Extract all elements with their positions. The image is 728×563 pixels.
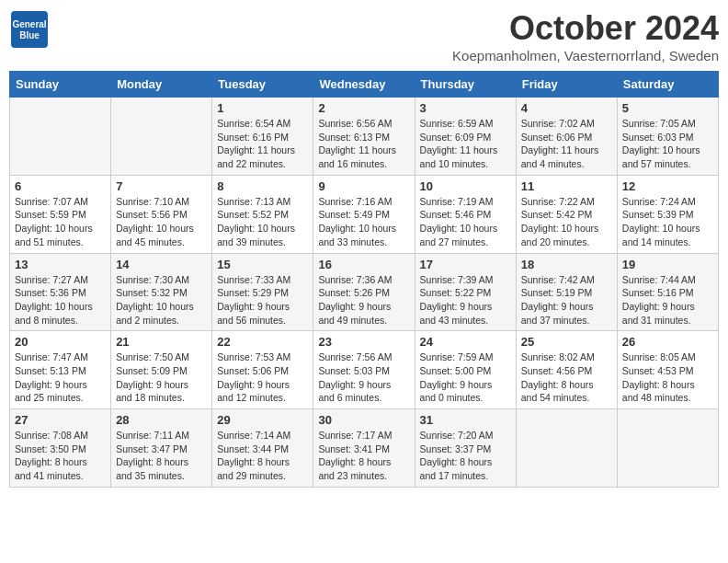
day-number: 24: [420, 335, 511, 349]
day-info: Sunrise: 7:05 AM Sunset: 6:03 PM Dayligh…: [622, 117, 713, 171]
calendar-cell: 30Sunrise: 7:17 AM Sunset: 3:41 PM Dayli…: [313, 409, 415, 488]
calendar-cell: [10, 98, 111, 176]
day-number: 25: [521, 335, 612, 349]
day-info: Sunrise: 7:14 AM Sunset: 3:44 PM Dayligh…: [217, 429, 308, 483]
day-info: Sunrise: 7:02 AM Sunset: 6:06 PM Dayligh…: [521, 117, 612, 171]
calendar-cell: 4Sunrise: 7:02 AM Sunset: 6:06 PM Daylig…: [516, 98, 617, 176]
day-info: Sunrise: 7:20 AM Sunset: 3:37 PM Dayligh…: [420, 429, 511, 483]
calendar-cell: 18Sunrise: 7:42 AM Sunset: 5:19 PM Dayli…: [516, 253, 617, 331]
day-info: Sunrise: 6:54 AM Sunset: 6:16 PM Dayligh…: [217, 117, 308, 171]
day-number: 26: [622, 335, 713, 349]
calendar-cell: 16Sunrise: 7:36 AM Sunset: 5:26 PM Dayli…: [313, 253, 415, 331]
calendar-cell: 13Sunrise: 7:27 AM Sunset: 5:36 PM Dayli…: [10, 253, 111, 331]
day-number: 10: [420, 179, 511, 193]
day-info: Sunrise: 7:24 AM Sunset: 5:39 PM Dayligh…: [622, 195, 713, 249]
day-info: Sunrise: 7:42 AM Sunset: 5:19 PM Dayligh…: [521, 273, 612, 327]
calendar-cell: 5Sunrise: 7:05 AM Sunset: 6:03 PM Daylig…: [617, 98, 718, 176]
day-info: Sunrise: 7:53 AM Sunset: 5:06 PM Dayligh…: [217, 350, 308, 405]
month-title: October 2024: [452, 9, 719, 48]
day-number: 20: [15, 335, 106, 349]
svg-text:General: General: [12, 19, 46, 29]
day-info: Sunrise: 8:05 AM Sunset: 4:53 PM Dayligh…: [622, 350, 713, 405]
day-number: 17: [420, 258, 511, 271]
header-row: SundayMondayTuesdayWednesdayThursdayFrid…: [10, 72, 719, 98]
calendar-cell: 27Sunrise: 7:08 AM Sunset: 3:50 PM Dayli…: [10, 409, 111, 488]
day-info: Sunrise: 7:22 AM Sunset: 5:42 PM Dayligh…: [521, 195, 612, 249]
svg-text:Blue: Blue: [19, 30, 40, 40]
day-info: Sunrise: 7:44 AM Sunset: 5:16 PM Dayligh…: [622, 273, 713, 327]
day-info: Sunrise: 7:39 AM Sunset: 5:22 PM Dayligh…: [420, 273, 511, 327]
day-header-thursday: Thursday: [415, 72, 516, 98]
calendar-cell: 29Sunrise: 7:14 AM Sunset: 3:44 PM Dayli…: [212, 409, 313, 488]
location: Koepmanholmen, Vaesternorrland, Sweden: [452, 48, 719, 63]
day-info: Sunrise: 7:13 AM Sunset: 5:52 PM Dayligh…: [217, 195, 308, 249]
day-number: 7: [116, 179, 207, 193]
calendar-cell: 15Sunrise: 7:33 AM Sunset: 5:29 PM Dayli…: [212, 253, 313, 331]
calendar-cell: 19Sunrise: 7:44 AM Sunset: 5:16 PM Dayli…: [617, 253, 718, 331]
day-number: 2: [318, 101, 409, 115]
day-info: Sunrise: 6:56 AM Sunset: 6:13 PM Dayligh…: [318, 117, 409, 171]
calendar-cell: 20Sunrise: 7:47 AM Sunset: 5:13 PM Dayli…: [10, 331, 111, 409]
calendar-week-1: 1Sunrise: 6:54 AM Sunset: 6:16 PM Daylig…: [10, 98, 719, 176]
calendar-cell: 1Sunrise: 6:54 AM Sunset: 6:16 PM Daylig…: [212, 98, 313, 176]
day-number: 29: [217, 413, 308, 427]
calendar-cell: 22Sunrise: 7:53 AM Sunset: 5:06 PM Dayli…: [212, 331, 313, 409]
calendar-cell: 31Sunrise: 7:20 AM Sunset: 3:37 PM Dayli…: [415, 409, 516, 488]
day-info: Sunrise: 6:59 AM Sunset: 6:09 PM Dayligh…: [420, 117, 511, 171]
day-info: Sunrise: 8:02 AM Sunset: 4:56 PM Dayligh…: [521, 350, 612, 405]
calendar-week-5: 27Sunrise: 7:08 AM Sunset: 3:50 PM Dayli…: [10, 409, 719, 488]
calendar-cell: 25Sunrise: 8:02 AM Sunset: 4:56 PM Dayli…: [516, 331, 617, 409]
day-info: Sunrise: 7:08 AM Sunset: 3:50 PM Dayligh…: [15, 429, 106, 483]
day-number: 28: [116, 413, 207, 427]
calendar-cell: 7Sunrise: 7:10 AM Sunset: 5:56 PM Daylig…: [111, 175, 212, 253]
day-info: Sunrise: 7:17 AM Sunset: 3:41 PM Dayligh…: [318, 429, 409, 483]
day-info: Sunrise: 7:36 AM Sunset: 5:26 PM Dayligh…: [318, 273, 409, 327]
day-number: 9: [318, 179, 409, 193]
calendar-cell: [111, 98, 212, 176]
day-header-saturday: Saturday: [617, 72, 718, 98]
day-number: 4: [521, 101, 612, 115]
day-number: 6: [15, 179, 106, 193]
calendar-cell: 8Sunrise: 7:13 AM Sunset: 5:52 PM Daylig…: [212, 175, 313, 253]
calendar-table: SundayMondayTuesdayWednesdayThursdayFrid…: [9, 71, 719, 488]
calendar-cell: 12Sunrise: 7:24 AM Sunset: 5:39 PM Dayli…: [617, 175, 718, 253]
day-number: 14: [116, 258, 207, 271]
day-info: Sunrise: 7:56 AM Sunset: 5:03 PM Dayligh…: [318, 350, 409, 405]
calendar-cell: 6Sunrise: 7:07 AM Sunset: 5:59 PM Daylig…: [10, 175, 111, 253]
calendar-cell: [516, 409, 617, 488]
calendar-cell: 17Sunrise: 7:39 AM Sunset: 5:22 PM Dayli…: [415, 253, 516, 331]
day-number: 27: [15, 413, 106, 427]
calendar-cell: 2Sunrise: 6:56 AM Sunset: 6:13 PM Daylig…: [313, 98, 415, 176]
day-number: 18: [521, 258, 612, 271]
day-info: Sunrise: 7:50 AM Sunset: 5:09 PM Dayligh…: [116, 350, 207, 405]
day-header-sunday: Sunday: [10, 72, 111, 98]
calendar-cell: 11Sunrise: 7:22 AM Sunset: 5:42 PM Dayli…: [516, 175, 617, 253]
svg-rect-0: [11, 11, 48, 48]
logo: General Blue: [9, 9, 51, 50]
day-header-monday: Monday: [111, 72, 212, 98]
logo-icon: General Blue: [9, 9, 50, 50]
day-number: 15: [217, 258, 308, 271]
day-number: 5: [622, 101, 713, 115]
day-info: Sunrise: 7:10 AM Sunset: 5:56 PM Dayligh…: [116, 195, 207, 249]
calendar-header: SundayMondayTuesdayWednesdayThursdayFrid…: [10, 72, 719, 98]
day-number: 16: [318, 258, 409, 271]
day-header-friday: Friday: [516, 72, 617, 98]
calendar-cell: 21Sunrise: 7:50 AM Sunset: 5:09 PM Dayli…: [111, 331, 212, 409]
calendar-week-3: 13Sunrise: 7:27 AM Sunset: 5:36 PM Dayli…: [10, 253, 719, 331]
day-number: 1: [217, 101, 308, 115]
calendar-cell: 9Sunrise: 7:16 AM Sunset: 5:49 PM Daylig…: [313, 175, 415, 253]
day-info: Sunrise: 7:59 AM Sunset: 5:00 PM Dayligh…: [420, 350, 511, 405]
page-header: General Blue October 2024 Koepmanholmen,…: [9, 9, 719, 63]
calendar-week-4: 20Sunrise: 7:47 AM Sunset: 5:13 PM Dayli…: [10, 331, 719, 409]
day-header-wednesday: Wednesday: [313, 72, 415, 98]
calendar-cell: 3Sunrise: 6:59 AM Sunset: 6:09 PM Daylig…: [415, 98, 516, 176]
day-info: Sunrise: 7:47 AM Sunset: 5:13 PM Dayligh…: [15, 350, 106, 405]
day-number: 8: [217, 179, 308, 193]
day-info: Sunrise: 7:30 AM Sunset: 5:32 PM Dayligh…: [116, 273, 207, 327]
day-number: 11: [521, 179, 612, 193]
day-info: Sunrise: 7:33 AM Sunset: 5:29 PM Dayligh…: [217, 273, 308, 327]
calendar-cell: 24Sunrise: 7:59 AM Sunset: 5:00 PM Dayli…: [415, 331, 516, 409]
day-number: 22: [217, 335, 308, 349]
day-info: Sunrise: 7:07 AM Sunset: 5:59 PM Dayligh…: [15, 195, 106, 249]
